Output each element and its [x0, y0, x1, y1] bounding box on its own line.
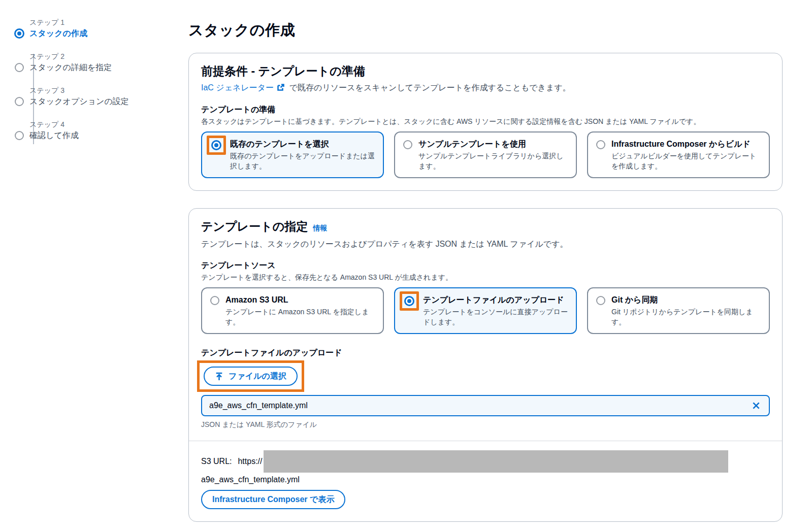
template-prepare-description: 各スタックはテンプレートに基づきます。テンプレートとは、スタックに含む AWS … [201, 116, 770, 126]
step-label[interactable]: スタックの作成 [29, 27, 177, 40]
upload-icon [215, 372, 223, 381]
iac-generator-line: IaC ジェネレーター で既存のリソースをスキャンしてテンプレートを作成すること… [201, 82, 770, 94]
step-item-3[interactable]: ステップ 3 スタックオプションの設定 [14, 85, 177, 108]
radio-icon[interactable] [403, 140, 412, 149]
option-label: Infrastructure Composer からビルド [611, 139, 761, 150]
prerequisite-card: 前提条件 - テンプレートの準備 IaC ジェネレーター で既存のリソースをスキ… [188, 53, 783, 191]
step-label[interactable]: 確認して作成 [29, 129, 177, 142]
page-title: スタックの作成 [188, 20, 783, 41]
template-source-label: テンプレートソース [201, 260, 770, 271]
s3-url-file-name: a9e_aws_cfn_template.yml [201, 474, 770, 486]
iac-generator-suffix: で既存のリソースをスキャンしてテンプレートを作成することもできます。 [287, 83, 571, 92]
choose-file-button-label: ファイルの選択 [229, 371, 286, 382]
option-label: Git から同期 [611, 294, 761, 306]
main-content: スタックの作成 前提条件 - テンプレートの準備 IaC ジェネレーター で既存… [188, 20, 783, 531]
radio-selected-icon[interactable] [404, 296, 414, 306]
step-radio-icon [15, 131, 24, 140]
view-in-infrastructure-composer-button[interactable]: Infrastructure Composer で表示 [201, 490, 345, 509]
option-description: 既存のテンプレートをアップロードまたは選択します。 [230, 151, 375, 171]
template-source-options: Amazon S3 URL テンプレートに Amazon S3 URL を指定し… [201, 287, 770, 334]
option-description: テンプレートに Amazon S3 URL を指定します。 [225, 307, 375, 327]
specify-template-description: テンプレートは、スタックのリソースおよびプロパティを表す JSON または YA… [201, 239, 770, 250]
step-item-4[interactable]: ステップ 4 確認して作成 [14, 119, 177, 142]
option-build-infrastructure-composer[interactable]: Infrastructure Composer からビルド ビジュアルビルダーを… [587, 131, 770, 178]
template-prepare-options: 既存のテンプレートを選択 既存のテンプレートをアップロードまたは選択します。 サ… [201, 131, 770, 178]
step-number: ステップ 1 [29, 17, 177, 27]
option-use-sample-template[interactable]: サンプルテンプレートを使用 サンプルテンプレートライブラリから選択します。 [394, 131, 577, 178]
annotation-box-existing-template-radio [207, 136, 226, 155]
step-item-1[interactable]: ステップ 1 スタックの作成 [14, 17, 177, 40]
step-item-2[interactable]: ステップ 2 スタックの詳細を指定 [14, 51, 177, 74]
iac-generator-link[interactable]: IaC ジェネレーター [201, 83, 274, 92]
option-description: ビジュアルビルダーを使用してテンプレートを作成します。 [611, 151, 761, 171]
template-source-description: テンプレートを選択すると、保存先となる Amazon S3 URL が生成されま… [201, 272, 770, 282]
radio-icon[interactable] [210, 296, 219, 305]
specify-template-title: テンプレートの指定情報 [201, 219, 770, 236]
file-constraint-text: JSON または YAML 形式のファイル [201, 420, 770, 429]
radio-selected-icon[interactable] [211, 140, 221, 150]
upload-template-file-label: テンプレートファイルのアップロード [201, 347, 770, 358]
step-number: ステップ 2 [29, 51, 177, 61]
option-amazon-s3-url[interactable]: Amazon S3 URL テンプレートに Amazon S3 URL を指定し… [201, 287, 384, 334]
external-link-icon [277, 83, 285, 91]
s3-url-row: S3 URL: https:// [201, 450, 770, 473]
step-label[interactable]: スタックの詳細を指定 [29, 61, 177, 74]
radio-icon[interactable] [596, 140, 605, 149]
redacted-s3-url-block [264, 450, 728, 473]
option-description: サンプルテンプレートライブラリから選択します。 [418, 151, 568, 171]
uploaded-file-token: a9e_aws_cfn_template.yml [201, 395, 770, 416]
option-label: 既存のテンプレートを選択 [230, 139, 375, 150]
choose-file-button[interactable]: ファイルの選択 [204, 367, 298, 386]
template-prepare-label: テンプレートの準備 [201, 104, 770, 115]
step-radio-icon [15, 63, 24, 72]
s3-url-scheme: https:// [238, 457, 262, 466]
s3-url-label: S3 URL: [201, 457, 232, 466]
card-divider [189, 441, 782, 441]
option-label: Amazon S3 URL [225, 294, 375, 306]
option-label: サンプルテンプレートを使用 [418, 139, 568, 150]
option-description: テンプレートをコンソールに直接アップロードします。 [423, 307, 568, 327]
step-label[interactable]: スタックオプションの設定 [29, 95, 177, 108]
option-sync-from-git[interactable]: Git から同期 Git リポジトリからテンプレートを同期します。 [587, 287, 770, 334]
uploaded-file-name: a9e_aws_cfn_template.yml [209, 401, 308, 410]
step-radio-icon [15, 97, 24, 106]
step-number: ステップ 4 [29, 119, 177, 129]
radio-icon[interactable] [596, 296, 605, 305]
option-description: Git リポジトリからテンプレートを同期します。 [611, 307, 761, 327]
annotation-box-upload-file-radio [400, 291, 419, 311]
annotation-box-choose-file-button: ファイルの選択 [197, 360, 304, 392]
info-link[interactable]: 情報 [313, 224, 327, 232]
option-upload-template-file[interactable]: テンプレートファイルのアップロード テンプレートをコンソールに直接アップロードし… [394, 287, 577, 334]
option-choose-existing-template[interactable]: 既存のテンプレートを選択 既存のテンプレートをアップロードまたは選択します。 [201, 131, 384, 178]
wizard-step-nav: ステップ 1 スタックの作成 ステップ 2 スタックの詳細を指定 ステップ 3 … [14, 17, 177, 142]
step-radio-active-icon [14, 28, 24, 39]
specify-template-card: テンプレートの指定情報 テンプレートは、スタックのリソースおよびプロパティを表す… [188, 208, 783, 522]
prerequisite-card-title: 前提条件 - テンプレートの準備 [201, 63, 770, 79]
step-number: ステップ 3 [29, 85, 177, 95]
close-icon [752, 401, 761, 410]
option-label: テンプレートファイルのアップロード [423, 294, 568, 306]
remove-file-button[interactable] [751, 400, 762, 411]
